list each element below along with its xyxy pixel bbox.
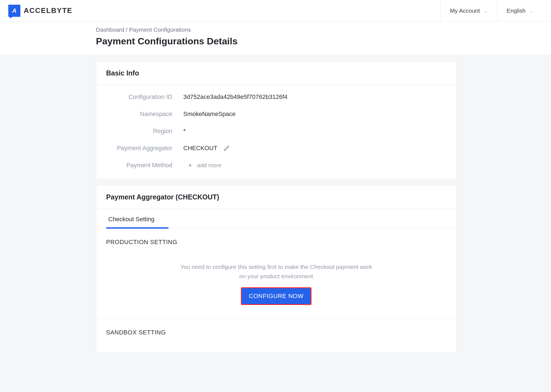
logo[interactable]: A ACCELBYTE xyxy=(8,5,72,17)
region-label: Region xyxy=(106,128,183,135)
card-body: Configuration ID 3d752ace3ada42b49e5f707… xyxy=(96,85,456,179)
payment-aggregator-label: Payment Aggregator xyxy=(106,145,183,152)
configuration-id-label: Configuration ID xyxy=(106,93,183,101)
my-account-label: My Account xyxy=(450,7,480,14)
basic-info-card: Basic Info Configuration ID 3d752ace3ada… xyxy=(96,61,456,179)
page-title: Payment Configurations Details xyxy=(96,36,551,47)
info-row-region: Region * xyxy=(106,128,446,135)
header: A ACCELBYTE My Account English xyxy=(0,0,551,21)
sandbox-setting-heading: SANDBOX SETTING xyxy=(96,319,456,353)
breadcrumb-dashboard[interactable]: Dashboard xyxy=(96,26,124,33)
breadcrumb: Dashboard / Payment Configurations xyxy=(96,26,551,33)
edit-icon[interactable] xyxy=(224,145,229,151)
config-text-line1: You need to configure this setting first… xyxy=(180,264,372,270)
configuration-id-value: 3d752ace3ada42b49e5f70762b3126f4 xyxy=(183,93,287,101)
content: Basic Info Configuration ID 3d752ace3ada… xyxy=(0,55,551,370)
payment-aggregator-value: CHECKOUT xyxy=(183,145,229,152)
logo-letter: A xyxy=(12,7,17,14)
info-row-payment-method: Payment Method add more xyxy=(106,162,446,169)
card-header: Basic Info xyxy=(96,61,456,85)
aggregator-title: Payment Aggregator (CHECKOUT) xyxy=(106,193,446,201)
info-row-payment-aggregator: Payment Aggregator CHECKOUT xyxy=(106,145,446,152)
breadcrumb-current: Payment Configurations xyxy=(129,26,191,33)
logo-icon: A xyxy=(8,5,20,17)
config-text-line2: on your product environment xyxy=(239,273,313,279)
breadcrumb-separator: / xyxy=(124,26,129,33)
production-setting-heading: PRODUCTION SETTING xyxy=(96,229,456,246)
chevron-down-icon xyxy=(530,9,533,13)
info-row-configuration-id: Configuration ID 3d752ace3ada42b49e5f707… xyxy=(106,93,446,101)
region-value: * xyxy=(183,128,186,135)
logo-text: ACCELBYTE xyxy=(24,6,72,15)
language-dropdown[interactable]: English xyxy=(497,0,543,21)
payment-aggregator-text: CHECKOUT xyxy=(183,145,217,152)
namespace-label: Namespace xyxy=(106,110,183,118)
my-account-dropdown[interactable]: My Account xyxy=(440,0,497,21)
add-more-button[interactable]: add more xyxy=(183,162,222,169)
configure-now-button[interactable]: CONFIGURE NOW xyxy=(242,288,311,304)
tab-checkout-setting[interactable]: Checkout Setting xyxy=(106,209,160,228)
production-config-text: You need to configure this setting first… xyxy=(106,262,446,281)
add-more-label: add more xyxy=(197,162,222,169)
page-header: Dashboard / Payment Configurations Payme… xyxy=(0,21,551,55)
payment-method-value: add more xyxy=(183,162,222,169)
header-right: My Account English xyxy=(440,0,543,21)
payment-aggregator-card: Payment Aggregator (CHECKOUT) Checkout S… xyxy=(96,185,456,353)
info-row-namespace: Namespace SmokeNameSpace xyxy=(106,110,446,118)
card-header: Payment Aggregator (CHECKOUT) xyxy=(96,185,456,209)
payment-method-label: Payment Method xyxy=(106,162,183,169)
configure-button-highlight: CONFIGURE NOW xyxy=(241,287,311,305)
plus-icon xyxy=(188,163,193,168)
chevron-down-icon xyxy=(484,9,488,13)
basic-info-title: Basic Info xyxy=(106,69,446,77)
production-config-block: You need to configure this setting first… xyxy=(96,246,456,319)
language-label: English xyxy=(507,7,526,14)
namespace-value: SmokeNameSpace xyxy=(183,110,236,118)
tabs: Checkout Setting xyxy=(96,209,456,229)
